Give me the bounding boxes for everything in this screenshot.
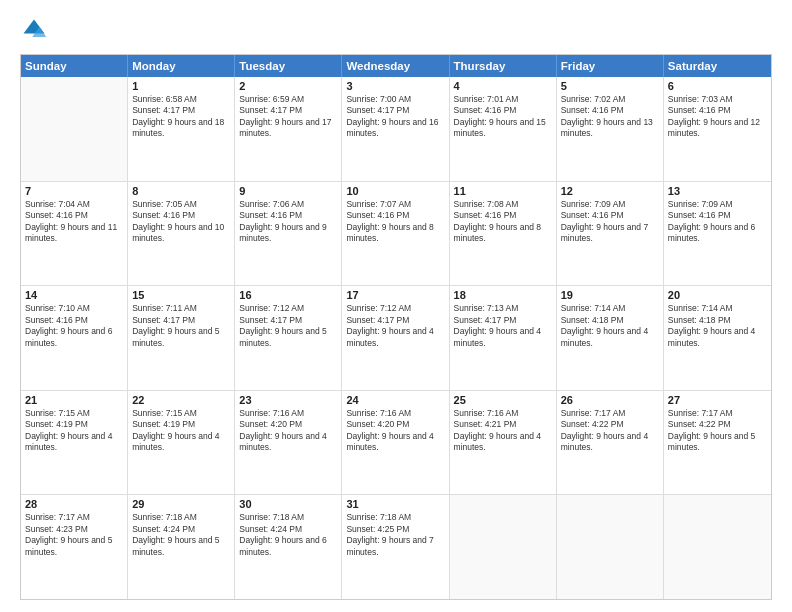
day-number: 21 (25, 394, 123, 406)
day-number: 28 (25, 498, 123, 510)
calendar-header-tuesday: Tuesday (235, 55, 342, 77)
day-number: 7 (25, 185, 123, 197)
calendar-cell-21: 21Sunrise: 7:15 AM Sunset: 4:19 PM Dayli… (21, 391, 128, 495)
calendar-week-2: 7Sunrise: 7:04 AM Sunset: 4:16 PM Daylig… (21, 182, 771, 287)
day-detail: Sunrise: 7:02 AM Sunset: 4:16 PM Dayligh… (561, 94, 659, 140)
day-detail: Sunrise: 7:06 AM Sunset: 4:16 PM Dayligh… (239, 199, 337, 245)
calendar-cell-9: 9Sunrise: 7:06 AM Sunset: 4:16 PM Daylig… (235, 182, 342, 286)
calendar-cell-18: 18Sunrise: 7:13 AM Sunset: 4:17 PM Dayli… (450, 286, 557, 390)
day-detail: Sunrise: 6:58 AM Sunset: 4:17 PM Dayligh… (132, 94, 230, 140)
day-number: 31 (346, 498, 444, 510)
calendar-body: 1Sunrise: 6:58 AM Sunset: 4:17 PM Daylig… (21, 77, 771, 599)
calendar-cell-3: 3Sunrise: 7:00 AM Sunset: 4:17 PM Daylig… (342, 77, 449, 181)
calendar-cell-16: 16Sunrise: 7:12 AM Sunset: 4:17 PM Dayli… (235, 286, 342, 390)
logo-icon (20, 16, 48, 44)
day-number: 1 (132, 80, 230, 92)
calendar-cell-11: 11Sunrise: 7:08 AM Sunset: 4:16 PM Dayli… (450, 182, 557, 286)
day-number: 19 (561, 289, 659, 301)
calendar-cell-5: 5Sunrise: 7:02 AM Sunset: 4:16 PM Daylig… (557, 77, 664, 181)
day-detail: Sunrise: 7:17 AM Sunset: 4:22 PM Dayligh… (668, 408, 767, 454)
calendar-header-wednesday: Wednesday (342, 55, 449, 77)
day-detail: Sunrise: 7:04 AM Sunset: 4:16 PM Dayligh… (25, 199, 123, 245)
day-detail: Sunrise: 7:12 AM Sunset: 4:17 PM Dayligh… (239, 303, 337, 349)
day-detail: Sunrise: 7:03 AM Sunset: 4:16 PM Dayligh… (668, 94, 767, 140)
header (20, 16, 772, 44)
calendar-cell-4: 4Sunrise: 7:01 AM Sunset: 4:16 PM Daylig… (450, 77, 557, 181)
day-detail: Sunrise: 7:16 AM Sunset: 4:20 PM Dayligh… (346, 408, 444, 454)
calendar-header-friday: Friday (557, 55, 664, 77)
calendar-week-1: 1Sunrise: 6:58 AM Sunset: 4:17 PM Daylig… (21, 77, 771, 182)
day-number: 14 (25, 289, 123, 301)
calendar-cell-10: 10Sunrise: 7:07 AM Sunset: 4:16 PM Dayli… (342, 182, 449, 286)
day-detail: Sunrise: 7:18 AM Sunset: 4:24 PM Dayligh… (239, 512, 337, 558)
calendar-cell-14: 14Sunrise: 7:10 AM Sunset: 4:16 PM Dayli… (21, 286, 128, 390)
day-detail: Sunrise: 7:18 AM Sunset: 4:25 PM Dayligh… (346, 512, 444, 558)
calendar-cell-empty-00 (21, 77, 128, 181)
day-number: 30 (239, 498, 337, 510)
day-number: 3 (346, 80, 444, 92)
calendar-cell-30: 30Sunrise: 7:18 AM Sunset: 4:24 PM Dayli… (235, 495, 342, 599)
day-detail: Sunrise: 7:16 AM Sunset: 4:20 PM Dayligh… (239, 408, 337, 454)
day-number: 24 (346, 394, 444, 406)
calendar-cell-25: 25Sunrise: 7:16 AM Sunset: 4:21 PM Dayli… (450, 391, 557, 495)
day-number: 18 (454, 289, 552, 301)
calendar-cell-8: 8Sunrise: 7:05 AM Sunset: 4:16 PM Daylig… (128, 182, 235, 286)
calendar-cell-7: 7Sunrise: 7:04 AM Sunset: 4:16 PM Daylig… (21, 182, 128, 286)
day-detail: Sunrise: 7:17 AM Sunset: 4:22 PM Dayligh… (561, 408, 659, 454)
day-number: 20 (668, 289, 767, 301)
calendar-cell-15: 15Sunrise: 7:11 AM Sunset: 4:17 PM Dayli… (128, 286, 235, 390)
calendar-cell-31: 31Sunrise: 7:18 AM Sunset: 4:25 PM Dayli… (342, 495, 449, 599)
day-detail: Sunrise: 7:10 AM Sunset: 4:16 PM Dayligh… (25, 303, 123, 349)
day-detail: Sunrise: 7:08 AM Sunset: 4:16 PM Dayligh… (454, 199, 552, 245)
day-detail: Sunrise: 7:05 AM Sunset: 4:16 PM Dayligh… (132, 199, 230, 245)
calendar-cell-22: 22Sunrise: 7:15 AM Sunset: 4:19 PM Dayli… (128, 391, 235, 495)
calendar-cell-1: 1Sunrise: 6:58 AM Sunset: 4:17 PM Daylig… (128, 77, 235, 181)
calendar-header-thursday: Thursday (450, 55, 557, 77)
day-number: 15 (132, 289, 230, 301)
day-detail: Sunrise: 7:15 AM Sunset: 4:19 PM Dayligh… (132, 408, 230, 454)
day-number: 25 (454, 394, 552, 406)
logo (20, 16, 52, 44)
calendar-cell-29: 29Sunrise: 7:18 AM Sunset: 4:24 PM Dayli… (128, 495, 235, 599)
calendar-cell-empty-45 (557, 495, 664, 599)
day-number: 2 (239, 80, 337, 92)
calendar-header-monday: Monday (128, 55, 235, 77)
calendar-week-4: 21Sunrise: 7:15 AM Sunset: 4:19 PM Dayli… (21, 391, 771, 496)
day-number: 17 (346, 289, 444, 301)
calendar-cell-13: 13Sunrise: 7:09 AM Sunset: 4:16 PM Dayli… (664, 182, 771, 286)
day-detail: Sunrise: 7:00 AM Sunset: 4:17 PM Dayligh… (346, 94, 444, 140)
day-number: 26 (561, 394, 659, 406)
day-number: 29 (132, 498, 230, 510)
calendar-cell-23: 23Sunrise: 7:16 AM Sunset: 4:20 PM Dayli… (235, 391, 342, 495)
day-detail: Sunrise: 7:07 AM Sunset: 4:16 PM Dayligh… (346, 199, 444, 245)
day-detail: Sunrise: 7:09 AM Sunset: 4:16 PM Dayligh… (561, 199, 659, 245)
day-number: 5 (561, 80, 659, 92)
day-detail: Sunrise: 7:17 AM Sunset: 4:23 PM Dayligh… (25, 512, 123, 558)
calendar-header-saturday: Saturday (664, 55, 771, 77)
day-number: 6 (668, 80, 767, 92)
day-detail: Sunrise: 7:09 AM Sunset: 4:16 PM Dayligh… (668, 199, 767, 245)
calendar-cell-12: 12Sunrise: 7:09 AM Sunset: 4:16 PM Dayli… (557, 182, 664, 286)
day-number: 12 (561, 185, 659, 197)
day-number: 16 (239, 289, 337, 301)
day-detail: Sunrise: 7:12 AM Sunset: 4:17 PM Dayligh… (346, 303, 444, 349)
calendar-cell-26: 26Sunrise: 7:17 AM Sunset: 4:22 PM Dayli… (557, 391, 664, 495)
calendar-cell-28: 28Sunrise: 7:17 AM Sunset: 4:23 PM Dayli… (21, 495, 128, 599)
day-detail: Sunrise: 7:15 AM Sunset: 4:19 PM Dayligh… (25, 408, 123, 454)
day-number: 4 (454, 80, 552, 92)
day-detail: Sunrise: 7:11 AM Sunset: 4:17 PM Dayligh… (132, 303, 230, 349)
day-number: 11 (454, 185, 552, 197)
calendar-cell-19: 19Sunrise: 7:14 AM Sunset: 4:18 PM Dayli… (557, 286, 664, 390)
calendar-header-sunday: Sunday (21, 55, 128, 77)
calendar-cell-empty-46 (664, 495, 771, 599)
calendar-week-5: 28Sunrise: 7:17 AM Sunset: 4:23 PM Dayli… (21, 495, 771, 599)
calendar: SundayMondayTuesdayWednesdayThursdayFrid… (20, 54, 772, 600)
calendar-cell-24: 24Sunrise: 7:16 AM Sunset: 4:20 PM Dayli… (342, 391, 449, 495)
calendar-cell-20: 20Sunrise: 7:14 AM Sunset: 4:18 PM Dayli… (664, 286, 771, 390)
day-detail: Sunrise: 7:14 AM Sunset: 4:18 PM Dayligh… (668, 303, 767, 349)
day-detail: Sunrise: 7:18 AM Sunset: 4:24 PM Dayligh… (132, 512, 230, 558)
calendar-cell-empty-44 (450, 495, 557, 599)
day-detail: Sunrise: 7:01 AM Sunset: 4:16 PM Dayligh… (454, 94, 552, 140)
calendar-cell-2: 2Sunrise: 6:59 AM Sunset: 4:17 PM Daylig… (235, 77, 342, 181)
day-number: 9 (239, 185, 337, 197)
